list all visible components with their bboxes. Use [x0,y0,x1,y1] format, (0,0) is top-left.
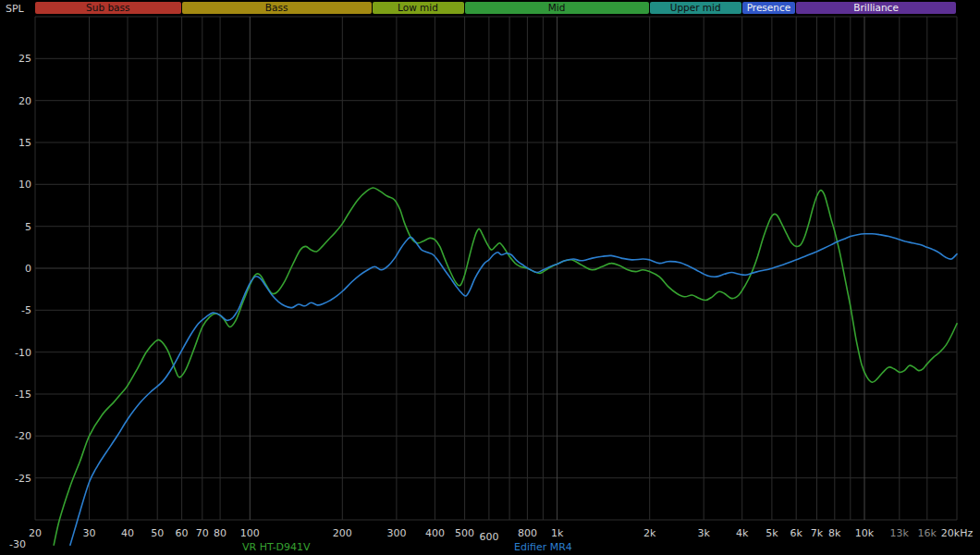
x-tick-label: 600 [479,531,498,543]
y-tick-label: -25 [15,473,31,485]
y-tick-label: 25 [18,53,31,65]
plot-area: 203040506070801002003004005006008001k2k3… [0,0,980,555]
series-curve-2 [70,234,957,545]
x-tick-label: 10k [855,527,875,539]
x-tick-label: 20kHz [941,527,974,539]
y-tick-label: 0 [25,263,31,275]
y-tick-label: -20 [15,430,31,442]
x-tick-label: 3k [698,527,711,539]
x-tick-label: 60 [176,527,189,539]
x-tick-label: 400 [425,527,445,539]
x-tick-label: 2k [643,527,656,539]
y-tick-label: 20 [18,95,31,107]
x-tick-label: 40 [121,527,134,539]
x-tick-label: 4k [736,527,749,539]
legend-series-2: Edifier MR4 [514,541,572,553]
x-tick-label: 70 [196,527,209,539]
x-tick-label: 50 [151,527,164,539]
x-tick-label: 300 [386,527,406,539]
y-tick-label: -15 [15,388,31,401]
x-tick-label: 7k [811,527,824,539]
x-tick-label: 20 [29,527,42,539]
series-curve-1 [54,188,957,545]
x-tick-label: 16k [918,527,937,539]
y-tick-label: 10 [18,179,31,191]
y-tick-label: -10 [15,347,31,359]
x-tick-label: 5k [766,527,778,539]
x-tick-label: 100 [240,527,260,539]
y-tick-label: -5 [21,304,31,316]
x-tick-label: 1k [551,527,564,539]
y-tick-label: 5 [25,221,31,233]
x-tick-label: 8k [828,527,841,539]
y-tick-label-bottom: -30 [9,538,26,550]
legend-series-1: VR HT-D941V [242,541,311,553]
x-tick-label: 30 [83,527,96,539]
frequency-response-chart: SPL Sub bass Bass Low mid Mid Upper mid … [0,0,980,555]
y-tick-label: 15 [18,137,31,149]
x-tick-label: 800 [518,527,537,539]
x-tick-label: 6k [790,527,803,539]
x-tick-label: 500 [455,527,474,539]
x-tick-label: 200 [333,527,352,539]
x-tick-label: 13k [890,527,910,539]
x-tick-label: 80 [214,527,227,539]
